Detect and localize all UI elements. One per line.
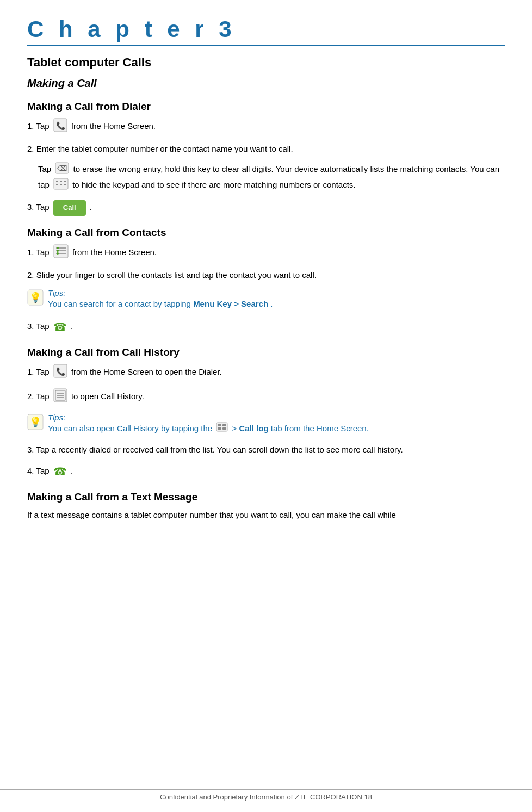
dialer-step2b: Tap ⌫ to erase the wrong entry, hold thi… [38, 162, 505, 194]
dialer-step3-before: 3. Tap [27, 202, 52, 212]
svg-rect-31 [218, 427, 221, 430]
svg-point-17 [57, 252, 59, 255]
contacts-tip-body: You can search for a contact by tapping … [48, 297, 273, 311]
svg-rect-6 [60, 181, 62, 182]
svg-text:💡: 💡 [29, 292, 42, 303]
contacts-tip-bold: Menu Key > Search [193, 299, 268, 308]
svg-rect-30 [218, 424, 221, 426]
phone-home-icon: 📞 [53, 118, 67, 136]
green-phone-icon-contacts: ☎ [53, 318, 67, 336]
contacts-tip-block: 💡 Tips: You can search for a contact by … [27, 288, 505, 311]
svg-text:⌫: ⌫ [57, 164, 67, 172]
dialer-step3-after: . [90, 202, 92, 212]
history-step2-after: to open Call History. [71, 392, 144, 401]
dialer-step1-after: from the Home Screen. [71, 121, 156, 131]
history-tip-label: Tips: [48, 413, 369, 422]
section-textmessage-heading: Making a Call from a Text Message [27, 491, 505, 503]
menu-icon [216, 422, 228, 436]
section-dialer-heading: Making a Call from Dialer [27, 101, 505, 113]
svg-point-16 [57, 250, 59, 252]
history-step2-before: 2. Tap [27, 392, 52, 401]
history-step4: 4. Tap ☎ . [27, 463, 505, 480]
svg-rect-10 [64, 184, 66, 185]
contacts-step1-before: 1. Tap [27, 247, 52, 257]
section-dialer: Making a Call from Dialer 1. Tap 📞 from … [27, 101, 505, 216]
svg-point-15 [57, 247, 59, 249]
history-step4-after: . [71, 466, 73, 475]
hide-keypad-icon [53, 178, 69, 194]
history-step4-before: 4. Tap [27, 466, 52, 475]
contacts-tip-before: You can search for a contact by tapping [48, 299, 193, 308]
contacts-home-icon [53, 244, 69, 262]
dialer-step2: 2. Enter the tablet computer number or t… [27, 142, 505, 156]
page-footer: Confidential and Proprietary Information… [0, 789, 532, 801]
contacts-tip-text: Tips: You can search for a contact by ta… [48, 288, 273, 311]
svg-text:📞: 📞 [55, 121, 65, 131]
making-a-call-title: Making a Call [27, 77, 505, 90]
svg-rect-29 [216, 423, 227, 431]
contacts-step1-after: from the Home Screen. [72, 247, 157, 257]
history-tip-before: You can also open Call History by tappin… [48, 424, 214, 433]
svg-rect-7 [64, 181, 66, 182]
svg-rect-11 [54, 245, 68, 258]
backspace-icon: ⌫ [55, 162, 69, 178]
dialer-step2b-after: to hide the keypad and to see if there a… [72, 180, 355, 189]
history-tip-body: You can also open Call History by tappin… [48, 422, 369, 436]
green-phone-icon-history: ☎ [53, 463, 67, 480]
tip-icon-history: 💡 [27, 414, 44, 430]
history-step3-text: 3. Tap a recently dialed or received cal… [27, 445, 403, 454]
history-step1-after: from the Home Screen to open the Dialer. [71, 367, 222, 376]
dialer-step1: 1. Tap 📞 from the Home Screen. [27, 118, 505, 136]
svg-rect-33 [222, 427, 226, 430]
tip-icon: 💡 [27, 289, 44, 306]
svg-text:💡: 💡 [29, 416, 42, 428]
dialer-icon: 📞 [53, 364, 67, 382]
svg-rect-5 [56, 181, 58, 182]
contacts-step2: 2. Slide your finger to scroll the conta… [27, 269, 505, 282]
section-contacts: Making a Call from Contacts 1. Tap from … [27, 227, 505, 336]
contacts-step3: 3. Tap ☎ . [27, 318, 505, 336]
calllog-icon [53, 388, 67, 406]
contacts-step2-text: 2. Slide your finger to scroll the conta… [27, 270, 317, 280]
contacts-step1: 1. Tap from the Home Screen. [27, 244, 505, 262]
history-tip-bold: Call log [239, 424, 268, 433]
svg-rect-8 [56, 184, 58, 185]
contacts-tip-after: . [270, 299, 273, 308]
history-step1-before: 1. Tap [27, 367, 52, 376]
page-title: Tablet computer Calls [27, 55, 505, 70]
contacts-step3-after: . [71, 321, 73, 331]
contacts-step3-before: 3. Tap [27, 321, 52, 331]
section-callhistory-heading: Making a Call from Call History [27, 346, 505, 358]
svg-text:📞: 📞 [55, 367, 65, 376]
call-button-icon: Call [53, 200, 86, 216]
history-step3: 3. Tap a recently dialed or received cal… [27, 443, 505, 456]
dialer-step1-before: 1. Tap [27, 121, 52, 131]
dialer-step3: 3. Tap Call . [27, 200, 505, 216]
history-tip-middle: > [232, 424, 239, 433]
history-tip-after: tab from the Home Screen. [271, 424, 369, 433]
history-tip-block: 💡 Tips: You can also open Call History b… [27, 413, 505, 436]
dialer-step2b-before: Tap [38, 164, 53, 173]
history-step2: 2. Tap to open Call History. [27, 388, 505, 406]
history-step1: 1. Tap 📞 from the Home Screen to open th… [27, 364, 505, 382]
history-tip-text: Tips: You can also open Call History by … [48, 413, 369, 436]
textmessage-intro: If a text message contains a tablet comp… [27, 509, 505, 522]
chapter-title: C h a p t e r 3 [27, 16, 505, 46]
dialer-step2-text: 2. Enter the tablet computer number or t… [27, 144, 293, 153]
svg-rect-9 [60, 184, 62, 185]
contacts-tip-label: Tips: [48, 288, 273, 297]
section-textmessage: Making a Call from a Text Message If a t… [27, 491, 505, 522]
footer-text: Confidential and Proprietary Information… [160, 793, 372, 801]
svg-rect-32 [222, 424, 226, 426]
section-callhistory: Making a Call from Call History 1. Tap 📞… [27, 346, 505, 481]
section-contacts-heading: Making a Call from Contacts [27, 227, 505, 239]
